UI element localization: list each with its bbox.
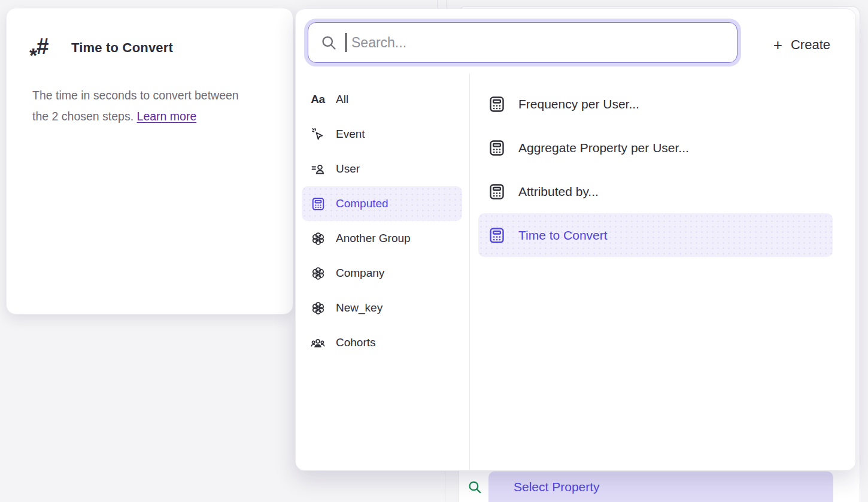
select-property-button[interactable]: Select Property <box>488 471 833 502</box>
select-property-row: Select Property <box>466 471 833 502</box>
background-divider <box>446 0 447 8</box>
category-item-all[interactable]: Aa All <box>302 82 462 117</box>
description-line-1: The time in seconds to convert between <box>32 89 239 102</box>
tooltip-description: The time in seconds to convert between t… <box>7 61 293 127</box>
create-button-label: Create <box>791 37 830 53</box>
result-label: Frequency per User... <box>518 97 639 111</box>
text-cursor <box>345 33 347 52</box>
result-item-frequency-per-user[interactable]: Frequency per User... <box>478 82 833 126</box>
text-aa-icon: Aa <box>310 93 326 106</box>
group-flower-icon <box>310 301 326 316</box>
calculator-icon <box>488 183 506 201</box>
search-placeholder: Search... <box>351 35 406 51</box>
category-item-computed[interactable]: Computed <box>302 186 462 221</box>
category-item-company[interactable]: Company <box>302 256 462 291</box>
result-label: Time to Convert <box>518 228 608 243</box>
category-label: Computed <box>336 197 389 210</box>
category-item-new-key[interactable]: New_key <box>302 291 462 325</box>
category-label: Cohorts <box>336 336 376 349</box>
description-line-2: the 2 chosen steps. <box>32 110 133 123</box>
category-label: Company <box>336 267 384 280</box>
property-tooltip-card: * # Time to Convert The time in seconds … <box>6 8 293 314</box>
category-label: Event <box>336 128 365 141</box>
category-item-cohorts[interactable]: Cohorts <box>302 325 462 360</box>
category-label: Another Group <box>336 232 411 245</box>
search-input[interactable]: Search... <box>308 22 738 63</box>
result-label: Attributed by... <box>518 185 599 199</box>
category-label: User <box>336 162 360 176</box>
user-list-icon <box>310 162 326 176</box>
plus-icon: + <box>773 37 782 53</box>
category-list: Aa All Event <box>302 82 462 360</box>
tooltip-title: Time to Convert <box>71 40 173 56</box>
property-picker-dropdown: Search... + Create Aa All <box>295 8 856 471</box>
category-label: All <box>336 93 348 106</box>
search-icon <box>320 34 337 51</box>
create-button[interactable]: + Create <box>773 34 830 56</box>
calculator-icon <box>488 139 506 157</box>
panel-divider <box>469 74 470 470</box>
group-flower-icon <box>310 266 326 281</box>
background-divider <box>437 0 438 8</box>
event-cursor-icon <box>310 127 326 141</box>
learn-more-link[interactable]: Learn more <box>137 110 197 123</box>
category-item-another-group[interactable]: Another Group <box>302 221 462 256</box>
results-list: Frequency per User... Aggregate Property… <box>478 82 833 257</box>
numeric-hash-icon: * # <box>33 35 54 61</box>
background-divider <box>445 471 445 502</box>
category-label: New_key <box>336 301 383 314</box>
calculator-icon <box>310 196 326 211</box>
result-item-aggregate-property-per-user[interactable]: Aggregate Property per User... <box>478 126 833 170</box>
result-label: Aggregate Property per User... <box>518 141 689 155</box>
tooltip-header: * # Time to Convert <box>7 8 293 61</box>
category-item-event[interactable]: Event <box>302 117 462 152</box>
result-item-attributed-by[interactable]: Attributed by... <box>478 170 833 213</box>
search-icon <box>467 479 482 495</box>
result-item-time-to-convert[interactable]: Time to Convert <box>478 213 833 257</box>
calculator-icon <box>488 95 506 113</box>
category-item-user[interactable]: User <box>302 152 462 186</box>
search-focus-ring: Search... <box>304 19 741 66</box>
select-property-label: Select Property <box>514 480 600 494</box>
group-flower-icon <box>310 231 326 246</box>
cohort-people-icon <box>310 335 326 350</box>
calculator-icon <box>488 226 506 244</box>
screen: Select Property * # Time to Convert The … <box>0 0 868 502</box>
